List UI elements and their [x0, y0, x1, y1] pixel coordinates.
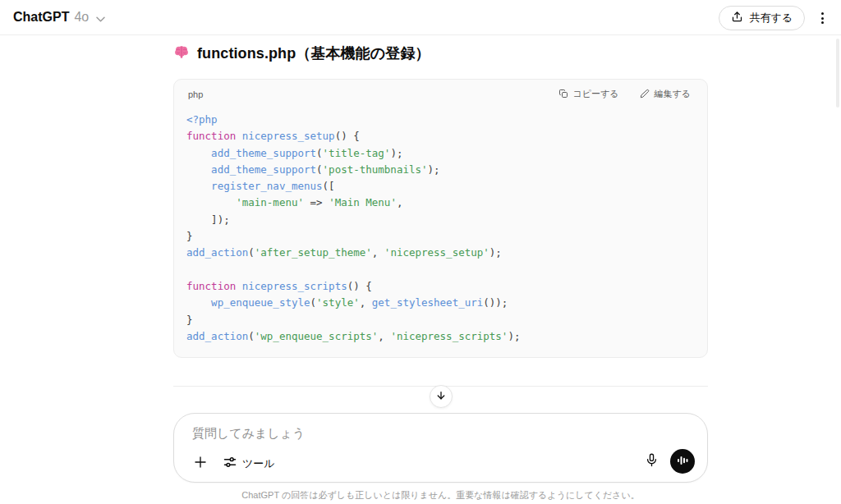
- scroll-to-bottom-button[interactable]: [430, 385, 453, 408]
- edit-code-label: 編集する: [654, 88, 691, 100]
- message-heading: functions.php（基本機能の登録）: [173, 44, 708, 63]
- composer-left-actions: ツール: [193, 455, 275, 472]
- code-line: add_action('wp_enqueue_scripts', 'nicepr…: [186, 328, 707, 345]
- code-line: [186, 262, 707, 278]
- code-line: }: [186, 228, 707, 245]
- chevron-down-icon: [96, 11, 105, 25]
- plus-icon: [193, 455, 208, 472]
- tools-button[interactable]: ツール: [223, 456, 275, 472]
- chatgpt-share-page: ChatGPT 4o 共有する: [0, 0, 841, 504]
- brand-label: ChatGPT: [13, 10, 69, 25]
- code-line: function nicepress_setup() {: [186, 128, 707, 144]
- page-title: functions.php（基本機能の登録）: [197, 44, 430, 63]
- scrollbar[interactable]: [836, 39, 839, 108]
- disclaimer-text: ChatGPT の回答は必ずしも正しいとは限りません。重要な情報は確認するように…: [173, 489, 708, 502]
- top-bar: ChatGPT 4o 共有する: [0, 0, 841, 35]
- arrow-down-icon: [435, 390, 447, 404]
- code-line: add_theme_support('title-tag');: [186, 145, 707, 162]
- copy-icon: [558, 89, 568, 100]
- model-switcher[interactable]: ChatGPT 4o: [13, 0, 105, 34]
- brain-emoji-icon: [173, 44, 190, 63]
- code-actions: コピーする 編集する: [558, 88, 691, 100]
- share-button[interactable]: 共有する: [719, 6, 805, 30]
- share-button-label: 共有する: [749, 11, 793, 25]
- more-options-button[interactable]: [812, 8, 832, 28]
- code-line: 'main-menu' => 'Main Menu',: [186, 195, 707, 211]
- code-line: add_theme_support('post-thumbnails');: [186, 162, 707, 178]
- code-block-header: php コピーする: [174, 80, 707, 100]
- voice-waveform-icon: [677, 455, 688, 469]
- microphone-icon: [644, 452, 659, 470]
- copy-code-button[interactable]: コピーする: [558, 88, 618, 100]
- edit-code-button[interactable]: 編集する: [640, 88, 691, 100]
- tools-label: ツール: [242, 456, 275, 471]
- share-upload-icon: [731, 11, 743, 25]
- code-line: register_nav_menus([: [186, 178, 707, 195]
- composer-right-actions: [644, 449, 695, 474]
- copy-code-label: コピーする: [572, 88, 618, 100]
- composer-input[interactable]: 質問してみましょう: [192, 426, 689, 442]
- composer: 質問してみましょう ツール: [173, 413, 708, 483]
- model-label: 4o: [74, 10, 89, 25]
- attach-button[interactable]: [193, 455, 208, 472]
- code-line: ]);: [186, 212, 707, 228]
- code-line: }: [186, 312, 707, 328]
- code-line: add_action('after_setup_theme', 'nicepre…: [186, 245, 707, 261]
- code-content: <?phpfunction nicepress_setup() { add_th…: [186, 112, 707, 345]
- code-language-label: php: [188, 89, 203, 99]
- code-line: wp_enqueue_style('style', get_stylesheet…: [186, 295, 707, 311]
- microphone-button[interactable]: [644, 452, 659, 470]
- sliders-icon: [223, 456, 237, 472]
- pencil-icon: [640, 89, 650, 100]
- code-line: <?php: [186, 112, 707, 128]
- code-line: function nicepress_scripts() {: [186, 278, 707, 295]
- code-block: php コピーする: [173, 79, 708, 358]
- voice-mode-button[interactable]: [670, 449, 695, 474]
